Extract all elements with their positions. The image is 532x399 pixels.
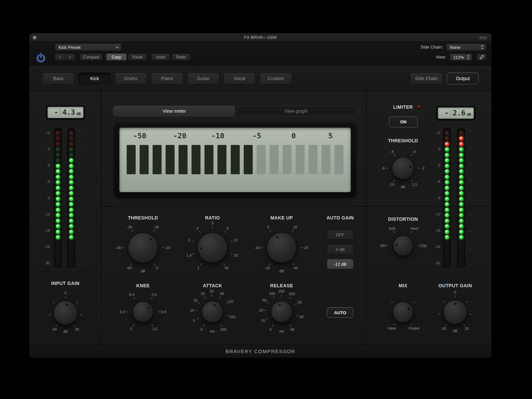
plugin-header: Kick Preset ‹ › Compare Copy Paste Undo …: [29, 42, 491, 65]
compare-button[interactable]: Compare: [80, 54, 103, 61]
knob-tick: [151, 297, 153, 299]
led: [69, 136, 73, 141]
meter-scale-label: -9: [34, 196, 50, 200]
lcd-bar: [179, 145, 188, 174]
knob-tick-label: -20: [265, 266, 270, 270]
auto-gain-0db-button[interactable]: 0 dB: [327, 244, 353, 254]
led: [459, 136, 464, 141]
knob-tick: [195, 310, 197, 311]
undo-button[interactable]: Undo: [151, 54, 170, 61]
knob-tick: [413, 301, 415, 303]
tab-bass[interactable]: Bass: [42, 72, 74, 84]
knob-tick-label: -50: [126, 266, 132, 270]
input-level-display: -84.3dB: [46, 105, 85, 120]
knob-tick: [443, 301, 445, 303]
knob-tick: [76, 302, 78, 304]
led: [69, 147, 73, 152]
preset-value: Kick Preset: [59, 45, 80, 50]
side-chain-select[interactable]: None: [446, 44, 486, 51]
view-graph-button[interactable]: View graph: [235, 106, 357, 116]
compressor-panel: View meter View graph -50-20-10-505 THRE…: [102, 91, 366, 344]
knob-tick-label: 10: [293, 225, 297, 229]
meter-tick: [79, 198, 81, 198]
knob-tick-label: 100: [269, 292, 275, 296]
redo-button[interactable]: Redo: [172, 54, 191, 61]
view-zoom-select[interactable]: 112%: [450, 54, 472, 61]
auto-gain-off-button[interactable]: OFF: [327, 230, 353, 240]
lcd-ghost-digit: 8: [449, 109, 453, 117]
knob[interactable]: [198, 233, 227, 263]
tab-kick[interactable]: Kick: [78, 72, 111, 84]
tab-piano[interactable]: Piano: [151, 72, 183, 84]
output-meter-left: [443, 128, 451, 267]
gain-reduction-display: -50-20-10-505: [114, 122, 356, 198]
tab-side-chain[interactable]: Side Chain: [410, 72, 443, 84]
knob-tick: [220, 325, 222, 327]
knob[interactable]: [133, 302, 153, 322]
auto-gain-minus12db-button[interactable]: -12 dB: [327, 259, 353, 269]
led: [56, 136, 60, 141]
lcd-unit: dB: [467, 112, 471, 117]
led: [445, 142, 449, 146]
knob[interactable]: [392, 157, 414, 179]
prev-preset-button[interactable]: ‹: [55, 54, 65, 61]
knob-tick: [292, 263, 294, 265]
knob[interactable]: [271, 301, 292, 323]
knob-indicator: [407, 307, 410, 310]
power-button[interactable]: [35, 52, 47, 64]
led: [56, 142, 60, 146]
preset-select[interactable]: Kick Preset: [55, 44, 121, 51]
led: [69, 180, 73, 185]
led: [459, 158, 464, 163]
knob-tick: [153, 230, 155, 232]
meter-scale-label: -18: [34, 228, 50, 232]
knob[interactable]: [54, 301, 77, 325]
link-button[interactable]: [477, 54, 487, 61]
tab-output[interactable]: Output: [447, 72, 479, 84]
knob[interactable]: [393, 236, 413, 256]
knob-tick: [270, 230, 271, 232]
led: [56, 191, 60, 196]
knob-tick: [273, 297, 275, 299]
knob-tick-label: -30: [441, 327, 447, 331]
knob-tick: [152, 324, 153, 326]
meter-scale-label: -24: [424, 245, 440, 249]
knob-tick-label: dB: [279, 269, 284, 273]
knob[interactable]: [267, 233, 297, 263]
knob-tick-label: 200: [220, 328, 226, 332]
led: [69, 142, 73, 146]
knob[interactable]: [202, 301, 223, 323]
window-control-pill[interactable]: [479, 36, 487, 40]
next-preset-button[interactable]: ›: [65, 54, 75, 61]
knob[interactable]: [393, 302, 413, 323]
knob-indicator: [276, 236, 279, 239]
knob-tick-label: 0.6: [152, 293, 157, 297]
auto-release-button[interactable]: AUTO: [327, 307, 353, 318]
tab-drums[interactable]: Drums: [115, 72, 147, 84]
meter-tick: [79, 231, 81, 231]
lcd-digits: 4.3: [63, 108, 75, 116]
limiter-on-button[interactable]: ON: [389, 116, 418, 127]
knob-tick-label: Output: [409, 326, 420, 330]
knob-tick-label: -10: [389, 183, 394, 187]
led: [56, 235, 60, 239]
knob-tick: [204, 297, 206, 299]
knob-tick: [394, 324, 395, 326]
led: [69, 186, 73, 190]
tab-vocal[interactable]: Vocal: [223, 72, 256, 84]
knob-indicator: [409, 166, 411, 169]
tab-guitar[interactable]: Guitar: [187, 72, 219, 84]
lcd-sign: -: [54, 108, 59, 116]
knob-tick: [393, 231, 395, 233]
copy-button[interactable]: Copy: [106, 54, 127, 61]
knob[interactable]: [128, 233, 158, 263]
paste-button[interactable]: Paste: [128, 54, 147, 61]
led: [56, 169, 60, 174]
knob-tick-label: 15: [193, 298, 197, 302]
tab-custom[interactable]: Custom: [260, 72, 292, 84]
lcd-bar: [283, 145, 292, 174]
knob[interactable]: [443, 300, 467, 324]
view-meter-button[interactable]: View meter: [113, 106, 235, 116]
knob-tick-label: 10: [261, 319, 265, 323]
auto-gain-label: AUTO GAIN: [307, 215, 373, 220]
